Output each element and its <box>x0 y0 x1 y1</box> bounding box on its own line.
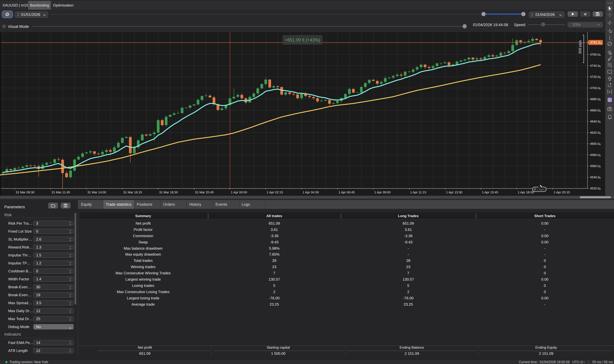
svg-text:4720.00: 4720.00 <box>590 75 601 79</box>
svg-text:4740.00: 4740.00 <box>590 64 601 67</box>
svg-text:F: F <box>611 66 612 68</box>
svg-text:1 Apr 15:45: 1 Apr 15:45 <box>482 191 498 194</box>
svg-text:1 Apr 09:00: 1 Apr 09:00 <box>374 191 391 194</box>
svg-text:4620.00: 4620.00 <box>590 131 601 134</box>
svg-text:4520.00: 4520.00 <box>590 187 601 190</box>
svg-text:E: E <box>611 53 612 55</box>
svg-text:4540.00: 4540.00 <box>590 175 601 179</box>
svg-text:--:--: --:-- <box>539 188 544 191</box>
svg-text:1 Apr 00:00: 1 Apr 00:00 <box>231 191 247 194</box>
svg-text:31 Mar 20:45: 31 Mar 20:45 <box>195 191 214 194</box>
svg-text:4700.00: 4700.00 <box>590 86 601 90</box>
svg-text:1 Apr 04:30: 1 Apr 04:30 <box>303 191 319 194</box>
svg-text:4640.00: 4640.00 <box>590 120 601 123</box>
svg-text:4560.00: 4560.00 <box>590 164 601 168</box>
svg-text:31 Mar 14:00: 31 Mar 14:00 <box>87 191 106 194</box>
svg-text:31 Mar 11:45: 31 Mar 11:45 <box>52 191 70 194</box>
svg-text:1 Apr 02:15: 1 Apr 02:15 <box>267 191 283 194</box>
svg-text:1 Apr 20:15: 1 Apr 20:15 <box>554 191 570 194</box>
svg-text:4760.00: 4760.00 <box>590 53 601 56</box>
svg-text:4580.00: 4580.00 <box>590 153 601 157</box>
svg-text:4600.00: 4600.00 <box>590 142 601 146</box>
svg-text:4660.00: 4660.00 <box>590 108 601 112</box>
svg-text:1 Apr 18:00: 1 Apr 18:00 <box>518 191 534 194</box>
svg-text:A: A <box>608 90 611 93</box>
svg-text:500 pips: 500 pips <box>578 40 582 54</box>
svg-text:1 Apr 06:45: 1 Apr 06:45 <box>338 191 355 194</box>
svg-text:4781.62: 4781.62 <box>590 41 601 45</box>
svg-text:31 Mar 09:30: 31 Mar 09:30 <box>16 191 34 194</box>
svg-text:4680.00: 4680.00 <box>590 97 601 101</box>
svg-text:+651.09 € (+43%): +651.09 € (+43%) <box>285 37 320 42</box>
svg-text:31 Mar 18:30: 31 Mar 18:30 <box>159 191 178 194</box>
svg-text:31 Mar 16:15: 31 Mar 16:15 <box>123 191 142 194</box>
svg-text:1 Apr 13:30: 1 Apr 13:30 <box>446 191 462 194</box>
svg-text:1 Apr 11:15: 1 Apr 11:15 <box>410 191 426 194</box>
